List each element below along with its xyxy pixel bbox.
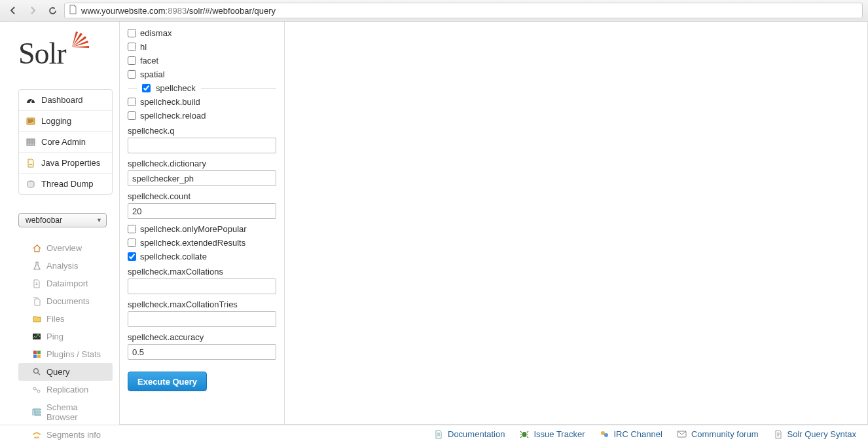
subnav-analysis[interactable]: Analysis — [18, 257, 113, 275]
footer-irc[interactable]: IRC Channel — [599, 429, 662, 439]
subnav-query[interactable]: Query — [18, 363, 113, 381]
hl-checkbox[interactable] — [128, 43, 136, 51]
subnav-dataimport[interactable]: Dataimport — [18, 275, 113, 292]
svg-rect-5 — [33, 351, 37, 354]
subnav-ping[interactable]: Ping — [18, 328, 113, 345]
spellcheck-maxcollations-input[interactable] — [128, 279, 276, 294]
thread-dump-icon — [26, 180, 36, 189]
subnav-replication-label: Replication — [46, 385, 88, 395]
query-icon — [31, 368, 42, 377]
footer-forum[interactable]: Community forum — [677, 429, 759, 439]
url-bar[interactable]: www.yourwebsite.com:8983/solr/#/webfooba… — [64, 3, 863, 18]
core-admin-icon — [26, 138, 36, 147]
logo: Solr — [18, 36, 113, 71]
url-path: /solr/#/webfoobar/query — [187, 6, 276, 16]
svg-rect-2 — [27, 139, 35, 145]
spellcheck-build-label: spellcheck.build — [140, 97, 200, 107]
analysis-icon — [31, 261, 42, 271]
results-panel — [285, 22, 867, 424]
logo-mark-icon — [67, 29, 90, 54]
query-form: edismax hl facet spatial spellcheck — [120, 22, 285, 424]
schema-icon — [31, 408, 42, 417]
subnav-documents-label: Documents — [46, 296, 90, 306]
facet-checkbox[interactable] — [128, 56, 136, 65]
spellcheck-accuracy-input[interactable] — [128, 344, 276, 360]
spellcheck-onlymorepopular-checkbox[interactable] — [128, 225, 136, 233]
forward-button[interactable] — [25, 3, 41, 18]
nav-dashboard[interactable]: Dashboard — [19, 90, 112, 111]
files-icon — [31, 315, 42, 324]
spellcheck-count-input[interactable] — [128, 203, 276, 219]
irc-icon — [599, 430, 609, 439]
spellcheck-extendedresults-checkbox[interactable] — [128, 239, 136, 247]
dataimport-icon — [31, 279, 42, 288]
nav-thread-dump[interactable]: Thread Dump — [19, 174, 112, 194]
subnav-dataimport-label: Dataimport — [46, 279, 88, 288]
subnav-replication[interactable]: Replication — [18, 381, 113, 398]
subnav-schema-label: Schema Browser — [46, 402, 107, 422]
subnav-files[interactable]: Files — [18, 310, 113, 328]
svg-point-10 — [33, 387, 36, 390]
spellcheck-maxcollations-label: spellcheck.maxCollations — [128, 267, 276, 277]
spatial-checkbox[interactable] — [128, 70, 136, 79]
documents-icon — [31, 297, 42, 306]
spellcheck-q-input[interactable] — [128, 138, 276, 153]
spellcheck-extendedresults-label: spellcheck.extendedResults — [140, 238, 245, 248]
url-port: :8983 — [166, 6, 187, 16]
footer-documentation-label: Documentation — [448, 429, 505, 439]
subnav-overview[interactable]: Overview — [18, 239, 113, 257]
spellcheck-q-label: spellcheck.q — [128, 126, 276, 136]
footer-irc-label: IRC Channel — [613, 429, 662, 439]
reload-button[interactable] — [45, 3, 60, 18]
subnav-documents[interactable]: Documents — [18, 292, 113, 310]
footer-issue-tracker[interactable]: Issue Tracker — [519, 429, 585, 439]
subnav-schema[interactable]: Schema Browser — [18, 398, 113, 426]
nav-core-admin-label: Core Admin — [41, 137, 86, 147]
svg-rect-6 — [37, 351, 41, 354]
spellcheck-onlymorepopular-label: spellcheck.onlyMorePopular — [140, 224, 247, 234]
subnav-analysis-label: Analysis — [46, 261, 78, 271]
url-host: www.yourwebsite.com — [81, 6, 166, 16]
subnav-files-label: Files — [46, 314, 64, 324]
plugins-icon — [31, 350, 42, 359]
execute-query-button[interactable]: Execute Query — [128, 372, 207, 391]
spellcheck-maxcollationtries-label: spellcheck.maxCollationTries — [128, 299, 276, 309]
content-area: edismax hl facet spatial spellcheck — [119, 22, 868, 425]
spellcheck-reload-label: spellcheck.reload — [140, 111, 206, 121]
spellcheck-checkbox[interactable] — [142, 84, 151, 92]
spellcheck-maxcollationtries-input[interactable] — [128, 311, 276, 327]
spellcheck-accuracy-label: spellcheck.accuracy — [128, 332, 276, 342]
subnav-ping-label: Ping — [46, 332, 63, 341]
svg-point-11 — [37, 390, 40, 393]
spellcheck-dictionary-input[interactable] — [128, 170, 276, 186]
subnav-query-label: Query — [46, 367, 69, 377]
spatial-label: spatial — [140, 69, 165, 79]
footer-documentation[interactable]: Documentation — [433, 429, 505, 439]
replication-icon — [31, 385, 42, 395]
svg-point-14 — [604, 433, 608, 437]
subnav-overview-label: Overview — [46, 243, 82, 253]
back-button[interactable] — [5, 3, 21, 18]
documentation-icon — [433, 430, 444, 439]
spellcheck-collate-label: spellcheck.collate — [140, 252, 207, 261]
logo-text: Solr — [18, 36, 66, 71]
spellcheck-collate-checkbox[interactable] — [128, 252, 136, 261]
edismax-checkbox[interactable] — [128, 29, 136, 37]
svg-point-9 — [33, 369, 38, 374]
subnav-plugins[interactable]: Plugins / Stats — [18, 345, 113, 363]
svg-rect-7 — [33, 355, 37, 358]
core-nav: Overview Analysis Dataimport Documents F… — [18, 239, 113, 443]
sidebar: Solr Dashboard — [0, 22, 119, 425]
spellcheck-build-checkbox[interactable] — [128, 98, 136, 106]
page-icon — [69, 5, 77, 16]
nav-java-props[interactable]: Java Properties — [19, 153, 112, 174]
nav-core-admin[interactable]: Core Admin — [19, 132, 112, 153]
core-selector-value: webfoobar — [26, 216, 62, 225]
footer-syntax[interactable]: Solr Query Syntax — [773, 429, 857, 439]
svg-point-13 — [601, 431, 605, 435]
spellcheck-reload-checkbox[interactable] — [128, 111, 136, 120]
nav-dashboard-label: Dashboard — [41, 95, 83, 105]
core-selector[interactable]: webfoobar ▼ — [18, 213, 107, 227]
nav-logging[interactable]: Logging — [19, 111, 112, 132]
java-props-icon — [26, 159, 36, 168]
